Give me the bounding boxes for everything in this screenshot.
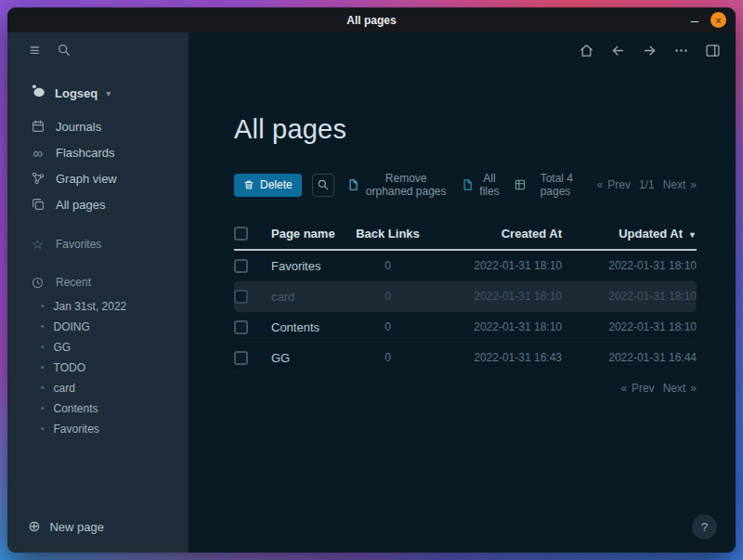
column-header-back-links[interactable]: Back Links (344, 227, 432, 241)
updated-at-value: 2022-01-31 18:10 (562, 259, 697, 272)
sidebar-item-label: Flashcards (56, 146, 115, 160)
window-title: All pages (346, 14, 396, 27)
select-all-checkbox[interactable] (234, 227, 248, 241)
file-icon (461, 178, 474, 191)
pages-icon (30, 197, 46, 212)
sidebar-item-label: All pages (56, 198, 105, 212)
next-icon: » (690, 382, 697, 395)
next-page-button[interactable]: Next » (663, 178, 697, 191)
close-button[interactable]: × (710, 12, 726, 28)
sidebar-item-label: Graph view (56, 172, 117, 186)
forward-arrow-icon[interactable] (642, 43, 658, 59)
table-body: Favorites 0 2022-01-31 18:10 2022-01-31 … (234, 251, 697, 373)
page-name-link[interactable]: Contents (266, 320, 344, 334)
chevron-down-icon: ▾ (106, 88, 111, 98)
row-checkbox[interactable] (234, 290, 248, 304)
recent-item[interactable]: • DOING (7, 317, 189, 337)
prev-page-button[interactable]: « Prev (597, 178, 631, 191)
back-links-count: 0 (344, 290, 432, 303)
search-icon[interactable] (57, 43, 72, 58)
pagination-top: « Prev 1/1 Next » (597, 178, 697, 191)
bullet-icon: • (41, 404, 45, 413)
recent-item[interactable]: • TODO (7, 358, 189, 378)
graph-switcher[interactable]: Logseq ▾ (7, 80, 189, 106)
sidebar-item-graph-view[interactable]: Graph view (7, 165, 189, 191)
back-arrow-icon[interactable] (610, 43, 626, 59)
bullet-icon: • (41, 322, 45, 332)
recent-section-header[interactable]: Recent (7, 271, 189, 293)
bullet-icon: • (41, 343, 45, 352)
table-view-button[interactable] (512, 178, 528, 191)
created-at-value: 2022-01-31 18:10 (432, 290, 562, 303)
recent-item[interactable]: • card (7, 378, 189, 398)
recent-item-label: DOING (54, 320, 90, 333)
remove-orphaned-label: Remove orphaned pages (365, 172, 447, 198)
recent-item-label: Jan 31st, 2022 (54, 300, 127, 313)
prev-page-button[interactable]: « Prev (620, 382, 654, 395)
page-name-link[interactable]: card (266, 290, 344, 304)
all-files-label: All files (479, 172, 499, 198)
content-area: All pages Delete (189, 33, 736, 553)
main-panel: All pages Delete (189, 68, 736, 553)
sidebar: ≡ Logseq ▾ Journals (7, 33, 189, 553)
sidebar-item-journals[interactable]: Journals (7, 113, 189, 139)
back-links-count: 0 (344, 259, 432, 272)
grid-icon (514, 178, 527, 191)
recent-item-label: card (54, 382, 75, 395)
remove-orphaned-pages-button[interactable]: Remove orphaned pages (345, 172, 449, 198)
recent-item-label: Favorites (54, 423, 99, 436)
help-button[interactable]: ? (692, 514, 717, 540)
prev-icon: « (620, 382, 627, 395)
calendar-icon (30, 119, 46, 134)
more-options-icon[interactable] (673, 43, 689, 59)
row-checkbox[interactable] (234, 351, 248, 365)
document-icon (346, 178, 359, 191)
row-checkbox[interactable] (234, 320, 248, 334)
page-name-link[interactable]: GG (266, 351, 344, 365)
table-header-row: Page name Back Links Created At Updated … (234, 217, 697, 251)
column-header-page-name[interactable]: Page name (266, 227, 344, 241)
page-name-link[interactable]: Favorites (266, 259, 344, 273)
recent-item[interactable]: • Favorites (7, 419, 189, 439)
column-header-created-at[interactable]: Created At (432, 227, 562, 241)
right-sidebar-toggle-icon[interactable] (705, 43, 721, 59)
search-icon (317, 178, 330, 191)
pagination-bottom: « Prev Next » (234, 382, 697, 395)
column-header-updated-at[interactable]: Updated At▼ (562, 227, 697, 241)
row-checkbox[interactable] (234, 259, 248, 273)
sidebar-item-all-pages[interactable]: All pages (7, 191, 189, 217)
sidebar-nav: Journals ∞ Flashcards Graph view All (7, 113, 189, 217)
recent-item-label: GG (54, 341, 72, 354)
table-row: Contents 0 2022-01-31 18:10 2022-01-31 1… (234, 312, 697, 343)
favorites-section-header[interactable]: ☆ Favorites (7, 233, 189, 255)
recent-item[interactable]: • Contents (7, 398, 189, 419)
pages-table: Page name Back Links Created At Updated … (234, 217, 697, 373)
minimize-button[interactable]: – (691, 13, 698, 27)
prev-label: Prev (632, 382, 655, 395)
prev-icon: « (597, 178, 604, 191)
recent-item[interactable]: • GG (7, 337, 189, 358)
home-icon[interactable] (579, 43, 594, 59)
trash-icon (243, 179, 254, 190)
recent-label: Recent (56, 276, 91, 289)
recent-item-label: Contents (54, 402, 98, 415)
star-icon: ☆ (30, 238, 46, 251)
table-row: card 0 2022-01-31 18:10 2022-01-31 18:10 (234, 281, 697, 312)
recent-list: • Jan 31st, 2022 • DOING • GG • (7, 296, 189, 439)
table-search-button[interactable] (312, 174, 334, 197)
delete-button[interactable]: Delete (234, 174, 302, 197)
back-links-count: 0 (344, 320, 432, 333)
bullet-icon: • (41, 363, 45, 372)
all-files-button[interactable]: All files (459, 172, 501, 198)
menu-icon[interactable]: ≡ (30, 42, 40, 59)
recent-item-label: TODO (54, 361, 85, 374)
infinity-icon: ∞ (30, 146, 46, 160)
new-page-button[interactable]: ⊕ New page (7, 513, 189, 540)
favorites-label: Favorites (56, 238, 101, 251)
recent-item[interactable]: • Jan 31st, 2022 (7, 296, 189, 317)
next-page-button[interactable]: Next » (663, 382, 697, 395)
next-label: Next (663, 178, 686, 191)
titlebar: All pages – × (7, 7, 736, 33)
page-title: All pages (234, 114, 697, 145)
sidebar-item-flashcards[interactable]: ∞ Flashcards (7, 139, 189, 165)
